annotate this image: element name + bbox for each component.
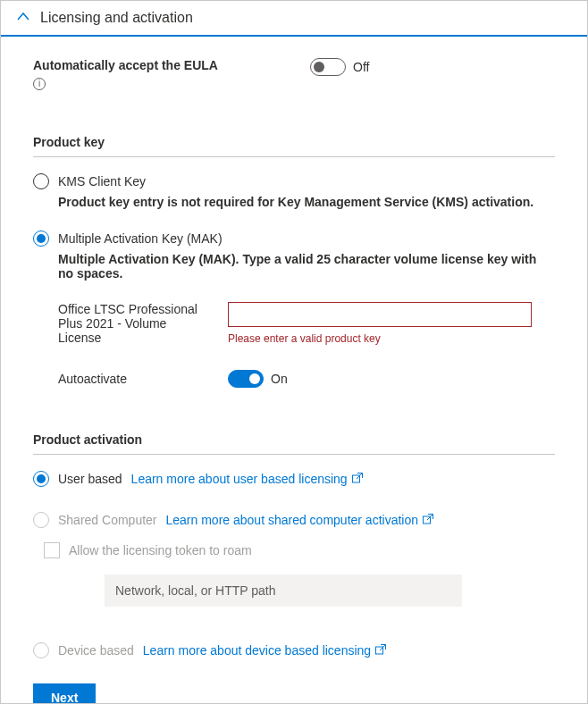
external-link-icon — [422, 513, 434, 528]
section-header: Licensing and activation — [1, 1, 587, 37]
roam-label: Allow the licensing token to roam — [69, 543, 252, 557]
mak-radio[interactable] — [33, 230, 49, 247]
divider — [33, 156, 555, 157]
product-activation-title: Product activation — [33, 432, 555, 447]
roam-path-input — [105, 574, 462, 607]
autoactivate-state: On — [271, 372, 288, 386]
mak-product-label: Office LTSC Professional Plus 2021 - Vol… — [58, 302, 210, 345]
shared-computer-radio — [33, 512, 49, 528]
external-link-icon — [374, 643, 387, 658]
kms-description: Product key entry is not required for Ke… — [58, 195, 555, 209]
device-based-label: Device based — [58, 643, 134, 658]
autoactivate-label: Autoactivate — [58, 372, 228, 386]
next-button[interactable]: Next — [33, 683, 96, 704]
external-link-icon — [351, 472, 364, 487]
eula-toggle-state: Off — [353, 60, 369, 74]
user-based-radio[interactable] — [33, 471, 49, 487]
autoactivate-toggle[interactable] — [228, 370, 264, 388]
eula-toggle[interactable] — [310, 58, 346, 76]
chevron-up-icon[interactable] — [17, 11, 29, 26]
product-key-title: Product key — [33, 135, 555, 149]
mak-description: Multiple Activation Key (MAK). Type a va… — [58, 252, 555, 281]
shared-computer-label: Shared Computer — [58, 513, 157, 527]
kms-radio-label: KMS Client Key — [58, 174, 146, 189]
info-icon[interactable]: i — [33, 78, 46, 90]
mak-key-input[interactable] — [228, 302, 532, 327]
device-based-link[interactable]: Learn more about device based licensing — [143, 643, 387, 658]
mak-error-text: Please enter a valid product key — [228, 332, 555, 345]
section-title: Licensing and activation — [40, 10, 193, 26]
roam-checkbox — [44, 542, 60, 558]
user-based-link[interactable]: Learn more about user based licensing — [131, 472, 364, 487]
kms-radio[interactable] — [33, 173, 49, 189]
device-based-radio — [33, 642, 49, 658]
eula-label: Automatically accept the EULA — [33, 58, 310, 72]
divider — [33, 454, 555, 455]
mak-radio-label: Multiple Activation Key (MAK) — [58, 231, 223, 246]
shared-computer-link[interactable]: Learn more about shared computer activat… — [166, 513, 435, 528]
user-based-label: User based — [58, 472, 122, 486]
eula-row: Automatically accept the EULA i Off — [33, 58, 555, 90]
